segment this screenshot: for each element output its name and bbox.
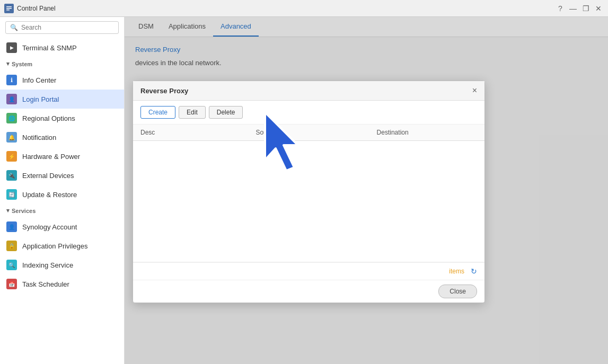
sidebar-item-regional-options-label: Regional Options bbox=[22, 114, 75, 122]
sidebar-item-info-center-label: Info Center bbox=[22, 76, 56, 84]
collapse-icon: ▾ bbox=[6, 60, 10, 67]
system-section-header[interactable]: ▾ System bbox=[0, 57, 124, 70]
dialog-table-wrap: Desc Source Destination bbox=[133, 125, 484, 262]
sidebar-item-hardware-power-label: Hardware & Power bbox=[22, 153, 80, 161]
login-portal-icon: 👤 bbox=[6, 94, 17, 104]
task-scheduler-icon: 📅 bbox=[6, 279, 17, 289]
sidebar-item-external-devices[interactable]: 🔌 External Devices bbox=[0, 166, 124, 185]
external-devices-icon: 🔌 bbox=[6, 170, 17, 181]
svg-rect-2 bbox=[6, 8, 12, 9]
edit-button[interactable]: Edit bbox=[179, 106, 206, 119]
update-restore-icon: 🔄 bbox=[6, 189, 17, 200]
restore-button[interactable]: ❐ bbox=[580, 3, 591, 14]
sidebar-item-task-scheduler-label: Task Scheduler bbox=[22, 280, 69, 288]
sidebar-item-indexing-service[interactable]: 🔍 Indexing Service bbox=[0, 255, 124, 274]
svg-rect-1 bbox=[6, 6, 12, 7]
sidebar-item-update-restore[interactable]: 🔄 Update & Restore bbox=[0, 185, 124, 204]
indexing-service-icon: 🔍 bbox=[6, 260, 17, 270]
sidebar-item-application-privileges-label: Application Privileges bbox=[22, 242, 88, 250]
sidebar-item-info-center[interactable]: ℹ Info Center bbox=[0, 70, 124, 90]
delete-button[interactable]: Delete bbox=[209, 106, 243, 119]
services-collapse-icon: ▾ bbox=[6, 207, 10, 214]
search-icon: 🔍 bbox=[10, 24, 18, 31]
sidebar-item-synology-account[interactable]: 👤 Synology Account bbox=[0, 217, 124, 236]
sidebar-item-terminal[interactable]: ▶ Terminal & SNMP bbox=[0, 38, 124, 57]
sidebar-item-notification-label: Notification bbox=[22, 134, 56, 141]
app-icon bbox=[4, 4, 14, 13]
dialog-close-row: Close bbox=[133, 280, 484, 303]
content-area: DSM Applications Advanced Reverse Proxy … bbox=[125, 17, 608, 364]
title-bar-controls: ? — ❐ ✕ bbox=[555, 3, 604, 14]
help-button[interactable]: ? bbox=[555, 3, 566, 14]
notification-icon: 🔔 bbox=[6, 132, 17, 143]
dialog-header: Reverse Proxy × bbox=[133, 81, 484, 101]
title-bar-left: Control Panel bbox=[4, 4, 56, 13]
system-section-label: System bbox=[12, 61, 32, 67]
sidebar: 🔍 ▶ Terminal & SNMP ▾ System ℹ Info Cent… bbox=[0, 17, 125, 364]
sidebar-item-hardware-power[interactable]: ⚡ Hardware & Power bbox=[0, 147, 124, 166]
synology-account-icon: 👤 bbox=[6, 221, 17, 232]
services-section-label: Services bbox=[12, 208, 36, 214]
sidebar-item-regional-options[interactable]: 🌐 Regional Options bbox=[0, 109, 124, 128]
dialog-footer: items ↻ bbox=[133, 262, 484, 280]
regional-options-icon: 🌐 bbox=[6, 113, 17, 123]
services-section-header[interactable]: ▾ Services bbox=[0, 204, 124, 217]
hardware-power-icon: ⚡ bbox=[6, 151, 17, 162]
terminal-icon: ▶ bbox=[6, 42, 17, 53]
sidebar-item-terminal-label: Terminal & SNMP bbox=[22, 44, 77, 52]
items-text: items bbox=[449, 268, 464, 275]
refresh-icon[interactable]: ↻ bbox=[471, 267, 477, 276]
col-header-destination: Destination bbox=[369, 125, 484, 141]
sidebar-item-login-portal-label: Login Portal bbox=[22, 95, 59, 103]
dialog-close-bottom-button[interactable]: Close bbox=[438, 285, 477, 298]
dialog-toolbar: Create Edit Delete bbox=[133, 101, 484, 125]
dialog-title: Reverse Proxy bbox=[140, 87, 188, 95]
sidebar-item-indexing-service-label: Indexing Service bbox=[22, 261, 73, 269]
app-privileges-icon: 🔒 bbox=[6, 241, 17, 251]
sidebar-item-update-restore-label: Update & Restore bbox=[22, 191, 77, 199]
svg-rect-3 bbox=[6, 10, 10, 11]
sidebar-item-task-scheduler[interactable]: 📅 Task Scheduler bbox=[0, 274, 124, 294]
col-header-description: Desc bbox=[133, 125, 248, 141]
create-button[interactable]: Create bbox=[140, 106, 175, 119]
title-bar-title: Control Panel bbox=[17, 5, 56, 12]
app-container: 🔍 ▶ Terminal & SNMP ▾ System ℹ Info Cent… bbox=[0, 17, 608, 364]
sidebar-item-application-privileges[interactable]: 🔒 Application Privileges bbox=[0, 236, 124, 255]
sidebar-item-external-devices-label: External Devices bbox=[22, 172, 74, 180]
reverse-proxy-dialog: Reverse Proxy × Create Edit Delete Desc bbox=[133, 81, 485, 303]
sidebar-item-synology-account-label: Synology Account bbox=[22, 223, 77, 231]
sidebar-item-login-portal[interactable]: 👤 Login Portal bbox=[0, 90, 124, 109]
proxy-table: Desc Source Destination bbox=[133, 125, 484, 141]
info-center-icon: ℹ bbox=[6, 75, 17, 85]
col-header-source: Source bbox=[248, 125, 369, 141]
search-input[interactable] bbox=[21, 24, 114, 31]
minimize-button[interactable]: — bbox=[568, 3, 578, 14]
search-box[interactable]: 🔍 bbox=[5, 21, 119, 34]
title-bar: Control Panel ? — ❐ ✕ bbox=[0, 0, 608, 17]
dialog-close-button[interactable]: × bbox=[472, 86, 477, 95]
sidebar-item-notification[interactable]: 🔔 Notification bbox=[0, 128, 124, 147]
close-button[interactable]: ✕ bbox=[593, 3, 604, 14]
